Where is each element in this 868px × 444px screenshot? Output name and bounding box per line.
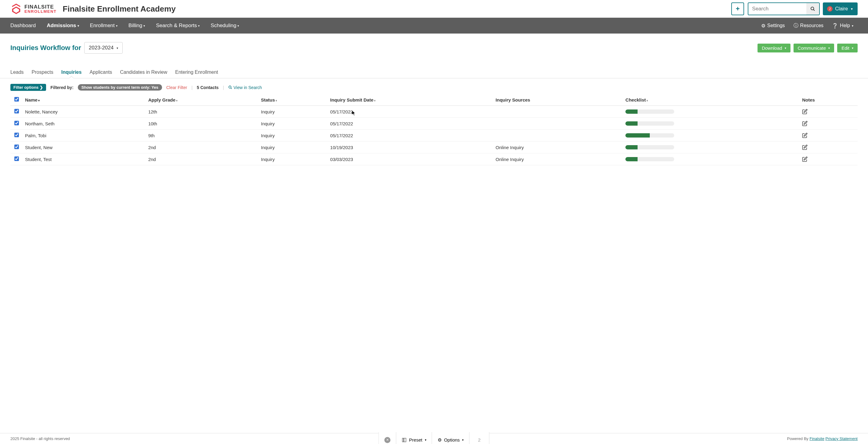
cell-source: Online Inquiry bbox=[493, 153, 623, 165]
table-row[interactable]: Student, New 2nd Inquiry 10/19/2023 Onli… bbox=[10, 141, 858, 153]
cell-status: Inquiry bbox=[258, 141, 328, 153]
logo-text: FINALSITE ENROLLMENT bbox=[24, 4, 57, 13]
col-apply-grade[interactable]: Apply Grade♦ bbox=[146, 94, 258, 106]
cell-checklist bbox=[623, 118, 800, 130]
page-header: Inquiries Workflow for 2023-2024 ▾ Downl… bbox=[0, 34, 868, 57]
filter-chip[interactable]: Show students by current term only: Yes bbox=[78, 84, 162, 91]
cell-checklist bbox=[623, 141, 800, 153]
tab-entering[interactable]: Entering Enrollment bbox=[175, 66, 218, 78]
cell-grade: 9th bbox=[146, 130, 258, 141]
cell-notes bbox=[800, 118, 858, 130]
tab-inquiries[interactable]: Inquiries bbox=[61, 66, 82, 78]
filter-options-button[interactable]: Filter options❯ bbox=[10, 84, 46, 91]
edit-note-icon[interactable] bbox=[802, 121, 855, 126]
nav-search-reports[interactable]: Search & Reports▾ bbox=[151, 23, 205, 29]
filtered-by-label: Filtered by: bbox=[50, 85, 73, 90]
svg-line-3 bbox=[231, 88, 231, 89]
workflow-tabs: Leads Prospects Inquiries Applicants Can… bbox=[0, 66, 868, 78]
download-button[interactable]: Download▾ bbox=[757, 44, 790, 53]
checklist-progress bbox=[625, 109, 674, 114]
cell-checklist bbox=[623, 130, 800, 141]
checklist-progress bbox=[625, 157, 674, 161]
nav-help[interactable]: ❔Help▾ bbox=[828, 23, 858, 29]
search-icon bbox=[810, 6, 815, 11]
cell-name: Student, Test bbox=[23, 153, 146, 165]
row-checkbox[interactable] bbox=[14, 144, 19, 149]
user-menu[interactable]: 2 Claire ▼ bbox=[823, 2, 858, 15]
chevron-down-icon: ▾ bbox=[78, 24, 79, 28]
search-input[interactable] bbox=[748, 3, 806, 14]
nav-billing[interactable]: Billing▾ bbox=[123, 23, 151, 29]
select-all-checkbox[interactable] bbox=[14, 97, 19, 102]
row-checkbox[interactable] bbox=[14, 109, 19, 113]
cell-date: 03/03/2023 bbox=[328, 153, 493, 165]
chevron-down-icon: ▾ bbox=[198, 24, 199, 28]
info-icon: ⓘ bbox=[794, 23, 798, 29]
cell-status: Inquiry bbox=[258, 153, 328, 165]
cell-notes bbox=[800, 153, 858, 165]
row-checkbox[interactable] bbox=[14, 133, 19, 137]
sort-icon: ♦ bbox=[646, 99, 648, 102]
edit-note-icon[interactable] bbox=[802, 133, 855, 138]
cell-notes bbox=[800, 130, 858, 141]
cell-name: Palm, Tobi bbox=[23, 130, 146, 141]
svg-point-0 bbox=[811, 7, 814, 10]
nav-dashboard[interactable]: Dashboard bbox=[10, 23, 41, 29]
main-nav: Dashboard Admissions▾ Enrollment▾ Billin… bbox=[0, 18, 868, 34]
svg-line-1 bbox=[813, 9, 814, 11]
checklist-progress bbox=[625, 145, 674, 149]
svg-point-2 bbox=[229, 86, 231, 89]
col-checklist[interactable]: Checklist♦ bbox=[623, 94, 800, 106]
cell-notes bbox=[800, 106, 858, 118]
row-checkbox[interactable] bbox=[14, 121, 19, 125]
view-in-search-link[interactable]: View in Search bbox=[228, 85, 262, 90]
edit-note-icon[interactable] bbox=[802, 144, 855, 150]
term-label: 2023-2024 bbox=[89, 45, 114, 51]
tab-leads[interactable]: Leads bbox=[10, 66, 24, 78]
chevron-down-icon: ▾ bbox=[852, 24, 854, 28]
term-selector[interactable]: 2023-2024 ▾ bbox=[84, 42, 123, 54]
cell-source: Online Inquiry bbox=[493, 141, 623, 153]
communicate-button[interactable]: Communicate▾ bbox=[794, 44, 834, 53]
nav-resources[interactable]: ⓘResources bbox=[789, 23, 828, 29]
logo[interactable]: FINALSITE ENROLLMENT bbox=[10, 3, 57, 14]
nav-admissions[interactable]: Admissions▾ bbox=[41, 23, 84, 29]
cell-grade: 12th bbox=[146, 106, 258, 118]
nav-scheduling[interactable]: Scheduling▾ bbox=[205, 23, 245, 29]
search-container bbox=[748, 2, 820, 15]
row-checkbox[interactable] bbox=[14, 157, 19, 161]
chevron-down-icon: ▾ bbox=[144, 24, 145, 28]
edit-button[interactable]: Edit▾ bbox=[837, 44, 858, 53]
cell-date: 10/19/2023 bbox=[328, 141, 493, 153]
nav-enrollment[interactable]: Enrollment▾ bbox=[85, 23, 123, 29]
tab-applicants[interactable]: Applicants bbox=[89, 66, 112, 78]
sort-icon: ♦ bbox=[374, 99, 375, 102]
sort-asc-icon: ▾ bbox=[38, 99, 40, 102]
cell-status: Inquiry bbox=[258, 118, 328, 130]
table-row[interactable]: Northam, Seth 10th Inquiry 05/17/2022 bbox=[10, 118, 858, 130]
table-row[interactable]: Palm, Tobi 9th Inquiry 05/17/2022 bbox=[10, 130, 858, 141]
sort-icon: ♦ bbox=[276, 99, 277, 102]
cell-grade: 2nd bbox=[146, 153, 258, 165]
cell-source bbox=[493, 106, 623, 118]
col-name[interactable]: Name▾ bbox=[23, 94, 146, 106]
chevron-right-icon: ❯ bbox=[40, 85, 43, 90]
col-status[interactable]: Status♦ bbox=[258, 94, 328, 106]
nav-settings[interactable]: ⚙Settings bbox=[757, 23, 789, 29]
cell-name: Nolette, Nancey bbox=[23, 106, 146, 118]
tab-candidates[interactable]: Candidates in Review bbox=[120, 66, 167, 78]
col-submit-date[interactable]: Inquiry Submit Date♦ bbox=[328, 94, 493, 106]
search-button[interactable] bbox=[806, 3, 819, 14]
cell-date: 05/17/2022 bbox=[328, 106, 493, 118]
cell-notes bbox=[800, 141, 858, 153]
edit-note-icon[interactable] bbox=[802, 157, 855, 162]
add-button[interactable]: + bbox=[731, 2, 744, 15]
tab-prospects[interactable]: Prospects bbox=[32, 66, 54, 78]
table-row[interactable]: Nolette, Nancey 12th Inquiry 05/17/2022 bbox=[10, 106, 858, 118]
gear-icon: ⚙ bbox=[761, 23, 766, 29]
clear-filter-link[interactable]: Clear Filter bbox=[166, 85, 187, 90]
edit-note-icon[interactable] bbox=[802, 109, 855, 114]
table-row[interactable]: Student, Test 2nd Inquiry 03/03/2023 Onl… bbox=[10, 153, 858, 165]
chevron-down-icon: ▾ bbox=[828, 46, 830, 50]
search-icon bbox=[228, 86, 232, 89]
